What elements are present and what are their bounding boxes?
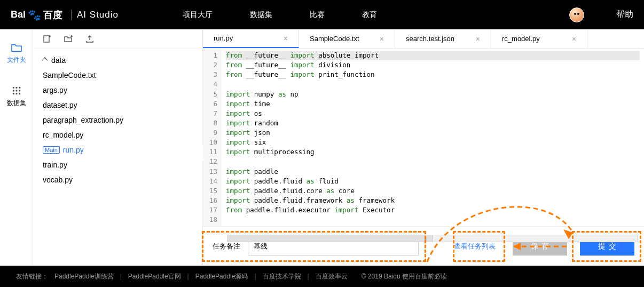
tree-file-active[interactable]: Main run.py (33, 142, 202, 157)
svg-point-7 (15, 93, 17, 94)
code-lines[interactable]: from __future__ import absolute_importfr… (222, 49, 644, 226)
svg-point-0 (12, 87, 14, 89)
tree-file[interactable]: rc_model.py (33, 127, 202, 142)
rail-files[interactable]: 文件夹 (7, 43, 26, 65)
file-panel: data SampleCode.txt args.py dataset.py p… (33, 29, 203, 266)
new-folder-icon[interactable] (64, 35, 73, 43)
ai-studio-label: AI Studio (71, 10, 119, 20)
paw-icon: Bai (11, 9, 26, 20)
tree-file[interactable]: dataset.py (33, 98, 202, 113)
folder-label: data (51, 56, 66, 65)
upload-icon[interactable] (85, 35, 94, 43)
nav-help[interactable]: 帮助 (616, 9, 633, 20)
rail-datasets[interactable]: 数据集 (7, 86, 26, 108)
file-toolbar (33, 29, 202, 49)
footer-link[interactable]: PaddlePaddle官网 (125, 272, 184, 281)
tabs: run.py× SampleCode.txt× search.test.json… (203, 29, 644, 49)
bottom-bar: 任务备注 查看任务列表 保存 提交 (203, 226, 644, 266)
paw-icon: 🐾 (28, 9, 41, 21)
active-file-label: run.py (63, 146, 84, 154)
new-file-icon[interactable] (43, 35, 51, 43)
nav-item-datasets[interactable]: 数据集 (250, 10, 272, 20)
nav-item-education[interactable]: 教育 (362, 10, 377, 20)
svg-point-5 (19, 90, 20, 91)
tab-search-json[interactable]: search.test.json× (395, 29, 491, 48)
footer-link[interactable]: 百度效率云 (312, 272, 351, 281)
nav-right: 帮助 (569, 7, 633, 22)
svg-point-1 (15, 87, 17, 89)
close-icon[interactable]: × (476, 35, 480, 43)
baidu-logo[interactable]: Bai🐾百度 (11, 9, 62, 21)
footer: 友情链接： PaddlePaddle训练营| PaddlePaddle官网| P… (0, 266, 644, 287)
left-rail: 文件夹 数据集 (0, 29, 33, 266)
tree-folder-data[interactable]: data (33, 53, 202, 68)
logo-area: Bai🐾百度 AI Studio (11, 9, 119, 21)
top-nav: Bai🐾百度 AI Studio 项目大厅 数据集 比赛 教育 帮助 (0, 0, 644, 29)
footer-link[interactable]: 百度技术学院 (260, 272, 304, 281)
svg-point-3 (12, 90, 14, 91)
task-note-label: 任务备注 (213, 242, 240, 251)
caret-icon (42, 57, 48, 63)
view-task-list-link[interactable]: 查看任务列表 (454, 242, 496, 251)
avatar[interactable] (569, 7, 584, 22)
footer-copyright: © 2019 Baidu 使用百度前必读 (362, 272, 447, 281)
close-icon[interactable]: × (284, 34, 288, 43)
main-area: 文件夹 数据集 data SampleCode.txt args.py data… (0, 29, 644, 266)
file-tree: data SampleCode.txt args.py dataset.py p… (33, 49, 202, 192)
tab-run-py[interactable]: run.py× (203, 29, 299, 48)
editor-panel: ◀ run.py× SampleCode.txt× search.test.js… (203, 29, 644, 266)
close-icon[interactable]: × (380, 35, 384, 43)
tab-rc-model[interactable]: rc_model.py× (491, 29, 587, 48)
footer-prefix: 友情链接： (16, 272, 48, 281)
horizontal-scrollbar[interactable]: ||| (227, 235, 638, 242)
scrollbar-grip-icon: ||| (424, 236, 426, 242)
tree-file[interactable]: paragraph_extraction.py (33, 113, 202, 127)
tree-file[interactable]: train.py (33, 157, 202, 172)
nav-item-competitions[interactable]: 比赛 (310, 10, 325, 20)
nav-items: 项目大厅 数据集 比赛 教育 (183, 10, 377, 20)
nav-item-projects[interactable]: 项目大厅 (183, 10, 213, 20)
rail-datasets-label: 数据集 (7, 99, 26, 108)
tree-file[interactable]: vocab.py (33, 172, 202, 187)
dataset-icon (11, 86, 22, 95)
svg-rect-9 (44, 36, 49, 42)
svg-point-8 (19, 93, 20, 94)
tree-file[interactable]: SampleCode.txt (33, 68, 202, 83)
scrollbar-thumb[interactable] (227, 235, 433, 242)
svg-point-2 (19, 87, 20, 89)
rail-files-label: 文件夹 (7, 55, 26, 65)
close-icon[interactable]: × (572, 35, 576, 43)
footer-link[interactable]: PaddlePaddle源码 (192, 272, 252, 281)
code-editor[interactable]: 123456789101112131415161718192021222324 … (203, 49, 644, 226)
line-gutter: 123456789101112131415161718192021222324 (203, 49, 222, 226)
main-badge: Main (43, 146, 60, 154)
tree-file[interactable]: args.py (33, 83, 202, 98)
brand-text: 百度 (43, 9, 62, 21)
folder-icon (11, 43, 22, 52)
footer-link[interactable]: PaddlePaddle训练营 (51, 272, 117, 281)
svg-point-6 (12, 93, 14, 94)
svg-point-4 (15, 90, 17, 91)
tab-samplecode[interactable]: SampleCode.txt× (299, 29, 395, 48)
